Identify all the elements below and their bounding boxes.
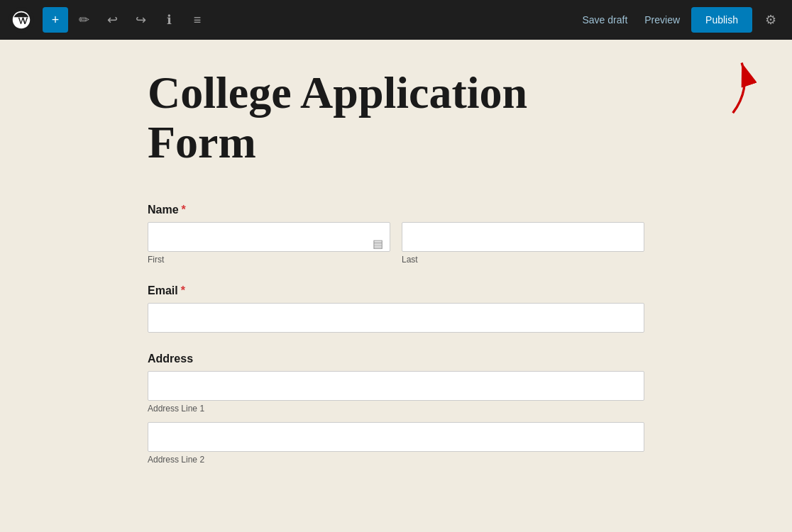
address-label: Address xyxy=(148,353,644,365)
add-block-button[interactable]: + xyxy=(43,7,68,33)
email-required-star: * xyxy=(181,284,185,297)
edit-tool-button[interactable]: ✏ xyxy=(71,7,97,33)
preview-button[interactable]: Preview xyxy=(639,10,686,30)
settings-button[interactable]: ⚙ xyxy=(758,7,783,33)
info-icon: ℹ xyxy=(167,12,172,28)
toolbar: + ✏ ↩ ↪ ℹ ≡ Save draft Preview Publish ⚙ xyxy=(0,0,792,40)
tools-icon: ≡ xyxy=(194,13,202,28)
save-draft-button[interactable]: Save draft xyxy=(576,10,633,30)
gear-icon: ⚙ xyxy=(765,12,776,28)
undo-button[interactable]: ↩ xyxy=(99,7,125,33)
page-title: College Application Form xyxy=(148,68,644,168)
wp-logo xyxy=(9,7,34,33)
last-name-label: Last xyxy=(402,255,644,265)
first-name-label: First xyxy=(148,255,390,265)
pencil-icon: ✏ xyxy=(79,12,89,28)
last-name-wrapper: Last xyxy=(402,222,644,265)
redo-icon: ↪ xyxy=(136,12,146,28)
content-area: College Application Form Name * ▤ First … xyxy=(0,40,792,532)
first-name-input[interactable] xyxy=(148,222,390,252)
tools-button[interactable]: ≡ xyxy=(185,7,210,33)
email-section: Email * xyxy=(148,284,644,333)
address-section: Address Address Line 1 Address Line 2 xyxy=(148,353,644,465)
form-container: College Application Form Name * ▤ First … xyxy=(148,68,644,465)
address-line2-input[interactable] xyxy=(148,422,644,452)
first-name-wrapper: ▤ First xyxy=(148,222,390,265)
arrow-annotation xyxy=(686,54,757,125)
publish-button[interactable]: Publish xyxy=(691,7,752,33)
address-line1-label: Address Line 1 xyxy=(148,404,644,414)
last-name-input[interactable] xyxy=(402,222,644,252)
contact-card-icon: ▤ xyxy=(373,236,383,250)
email-input[interactable] xyxy=(148,303,644,333)
redo-button[interactable]: ↪ xyxy=(128,7,153,33)
info-button[interactable]: ℹ xyxy=(156,7,182,33)
name-section: Name * ▤ First Last xyxy=(148,204,644,265)
address-line2-label: Address Line 2 xyxy=(148,455,644,465)
toolbar-right: Save draft Preview Publish ⚙ xyxy=(576,7,783,33)
name-required-star: * xyxy=(182,204,186,216)
name-label: Name * xyxy=(148,204,644,216)
email-label: Email * xyxy=(148,284,644,297)
undo-icon: ↩ xyxy=(107,12,118,28)
plus-icon: + xyxy=(52,13,60,28)
name-fields: ▤ First Last xyxy=(148,222,644,265)
address-line1-input[interactable] xyxy=(148,371,644,401)
